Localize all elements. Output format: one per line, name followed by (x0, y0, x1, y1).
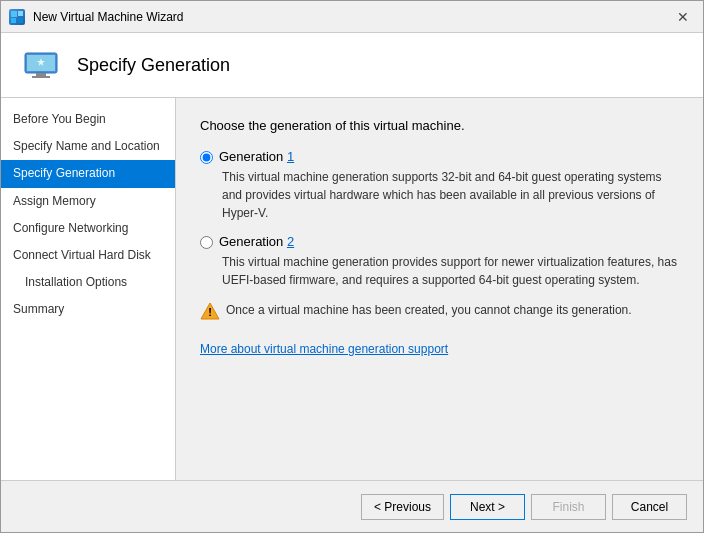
sidebar-item-configure-networking[interactable]: Configure Networking (1, 215, 175, 242)
sidebar: Before You Begin Specify Name and Locati… (1, 98, 176, 480)
warning-box: ! Once a virtual machine has been create… (200, 301, 679, 321)
next-button[interactable]: Next > (450, 494, 525, 520)
sidebar-item-summary[interactable]: Summary (1, 296, 175, 323)
close-button[interactable]: ✕ (671, 5, 695, 29)
generation2-radio[interactable] (200, 236, 213, 249)
generation2-description: This virtual machine generation provides… (222, 253, 679, 289)
generation2-group: Generation 2 This virtual machine genera… (200, 234, 679, 289)
svg-rect-1 (18, 11, 23, 16)
header-icon (21, 49, 61, 81)
svg-rect-0 (11, 11, 17, 17)
generation1-label[interactable]: Generation 1 (219, 149, 294, 164)
title-bar: New Virtual Machine Wizard ✕ (1, 1, 703, 33)
more-link[interactable]: More about virtual machine generation su… (200, 342, 448, 356)
cancel-button[interactable]: Cancel (612, 494, 687, 520)
generation2-link[interactable]: 2 (287, 234, 294, 249)
svg-rect-7 (32, 76, 50, 78)
svg-rect-6 (36, 73, 46, 76)
generation1-radio[interactable] (200, 151, 213, 164)
generation1-group: Generation 1 This virtual machine genera… (200, 149, 679, 222)
warning-text: Once a virtual machine has been created,… (226, 301, 632, 319)
sidebar-item-specify-generation[interactable]: Specify Generation (1, 160, 175, 187)
sidebar-item-assign-memory[interactable]: Assign Memory (1, 188, 175, 215)
generation2-label[interactable]: Generation 2 (219, 234, 294, 249)
more-link-container: More about virtual machine generation su… (200, 341, 679, 356)
generation2-radio-row: Generation 2 (200, 234, 679, 249)
generation1-link[interactable]: 1 (287, 149, 294, 164)
sidebar-item-installation-options[interactable]: Installation Options (1, 269, 175, 296)
main-area: Before You Begin Specify Name and Locati… (1, 98, 703, 480)
footer: < Previous Next > Finish Cancel (1, 480, 703, 532)
header-area: Specify Generation (1, 33, 703, 98)
sidebar-item-connect-disk[interactable]: Connect Virtual Hard Disk (1, 242, 175, 269)
gen2-label-text: Generation (219, 234, 287, 249)
generation1-radio-row: Generation 1 (200, 149, 679, 164)
svg-rect-3 (18, 18, 23, 23)
sidebar-item-before-you-begin[interactable]: Before You Begin (1, 106, 175, 133)
finish-button[interactable]: Finish (531, 494, 606, 520)
window-title: New Virtual Machine Wizard (33, 10, 671, 24)
generation1-description: This virtual machine generation supports… (222, 168, 679, 222)
warning-icon: ! (200, 301, 220, 321)
page-title: Specify Generation (77, 55, 230, 76)
main-window: New Virtual Machine Wizard ✕ Specify Gen… (0, 0, 704, 533)
previous-button[interactable]: < Previous (361, 494, 444, 520)
content-intro: Choose the generation of this virtual ma… (200, 118, 679, 133)
svg-rect-2 (11, 18, 16, 23)
svg-text:!: ! (208, 306, 212, 318)
app-icon (9, 9, 25, 25)
gen1-label-text: Generation (219, 149, 287, 164)
content-area: Choose the generation of this virtual ma… (176, 98, 703, 480)
sidebar-item-specify-name[interactable]: Specify Name and Location (1, 133, 175, 160)
